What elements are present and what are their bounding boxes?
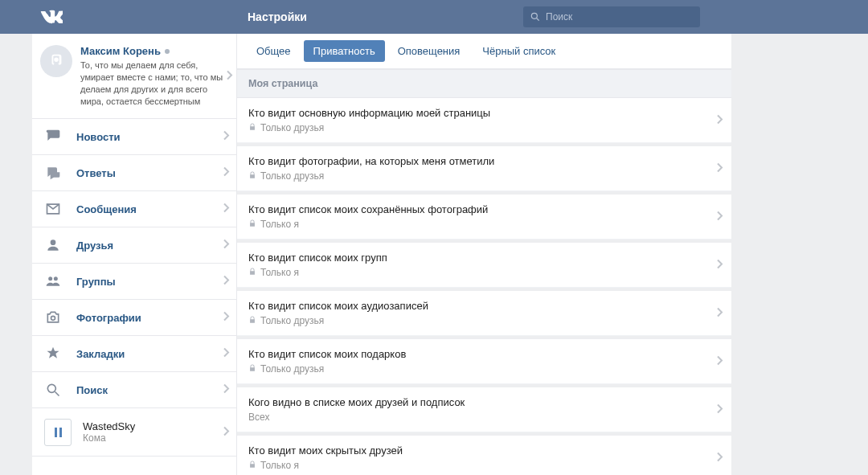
chevron-right-icon (715, 354, 723, 368)
search-box[interactable] (523, 6, 700, 27)
avatar (40, 45, 72, 77)
sidebar-item-label: Новости (76, 131, 121, 143)
chevron-right-icon (222, 203, 230, 216)
status-dot-icon (165, 49, 170, 54)
profile-name: Максим Корень (80, 45, 228, 57)
settings-tabs: Общее Приватность Оповещения Чёрный спис… (237, 34, 731, 69)
svg-point-0 (531, 13, 537, 18)
setting-value: Только друзья (248, 122, 720, 133)
sidebar-item-label: Группы (76, 276, 116, 288)
chevron-right-icon (222, 347, 230, 361)
sidebar: Максим Корень То, что мы делаем для себя… (32, 34, 237, 475)
chevron-right-icon (222, 239, 230, 252)
chevron-right-icon (222, 383, 230, 397)
privacy-setting-row[interactable]: Кто видит список моих группТолько я (237, 243, 731, 288)
privacy-setting-row[interactable]: Кто видит список моих сохранённых фотогр… (237, 195, 731, 240)
bookmarks-icon (44, 345, 62, 362)
svg-point-6 (47, 385, 55, 393)
replies-icon (44, 164, 62, 182)
sidebar-item-friends[interactable]: Друзья (32, 227, 236, 264)
sidebar-item-search[interactable]: Поиск (32, 372, 236, 408)
search-icon (530, 11, 541, 23)
lock-icon (248, 170, 256, 182)
setting-title: Кто видит список моих сохранённых фотогр… (248, 203, 720, 215)
sidebar-item-news[interactable]: Новости (32, 119, 236, 155)
player-artist: WastedSky (83, 420, 135, 432)
sidebar-item-label: Фотографии (76, 312, 141, 324)
privacy-setting-row[interactable]: Кого видно в списке моих друзей и подпис… (237, 387, 731, 432)
chevron-right-icon (715, 451, 723, 465)
page-title: Настройки (248, 10, 523, 23)
profile-card[interactable]: Максим Корень То, что мы делаем для себя… (32, 34, 236, 119)
chevron-right-icon (715, 113, 723, 127)
setting-value: Только друзья (248, 315, 720, 326)
setting-title: Кто видит список моих групп (248, 252, 720, 264)
chevron-right-icon (222, 275, 230, 289)
chevron-right-icon (715, 162, 723, 175)
chevron-right-icon (222, 311, 230, 325)
chevron-right-icon (222, 166, 230, 180)
privacy-setting-row[interactable]: Кто видит список моих аудиозаписейТолько… (237, 291, 731, 336)
sidebar-item-label: Поиск (76, 384, 108, 396)
lock-icon (248, 122, 256, 133)
privacy-setting-row[interactable]: Кто видит список моих подарковТолько дру… (237, 339, 731, 384)
tab-general[interactable]: Общее (247, 40, 301, 62)
sidebar-item-label: Закладки (76, 348, 125, 360)
setting-title: Кто видит фотографии, на которых меня от… (248, 155, 720, 167)
privacy-setting-row[interactable]: Кто видит фотографии, на которых меня от… (237, 146, 731, 191)
pause-button[interactable] (44, 419, 72, 446)
sidebar-item-label: Ответы (76, 167, 116, 179)
sidebar-nav: Новости Ответы Сообщения Друзья Группы (32, 119, 236, 408)
lock-icon (248, 219, 256, 230)
sidebar-item-bookmarks[interactable]: Закладки (32, 336, 236, 372)
pause-icon (55, 428, 62, 437)
chevron-right-icon (225, 69, 233, 83)
privacy-setting-row[interactable]: Кто видит моих скрытых друзейТолько я (237, 436, 731, 475)
messages-icon (44, 200, 62, 218)
lock-icon (248, 315, 256, 326)
setting-value: Только я (248, 219, 720, 230)
lock-icon (248, 460, 256, 471)
svg-point-4 (54, 277, 58, 281)
privacy-setting-row[interactable]: Кто видит основную информацию моей стран… (237, 98, 731, 143)
audio-player[interactable]: WastedSky Кома (32, 408, 236, 457)
tab-blacklist[interactable]: Чёрный список (473, 40, 565, 62)
sidebar-item-replies[interactable]: Ответы (32, 155, 236, 191)
vk-logo[interactable] (40, 6, 63, 28)
section-header-my-page: Моя страница (237, 69, 731, 98)
friends-icon (44, 236, 62, 254)
chevron-right-icon (715, 210, 723, 223)
sidebar-item-photos[interactable]: Фотографии (32, 300, 236, 336)
groups-icon (44, 272, 62, 290)
setting-value: Только я (248, 460, 720, 471)
photos-icon (44, 309, 62, 326)
chevron-right-icon (222, 130, 230, 144)
chevron-right-icon (222, 425, 230, 439)
setting-title: Кто видит основную информацию моей стран… (248, 107, 720, 119)
setting-title: Кто видит моих скрытых друзей (248, 444, 720, 457)
settings-content: Общее Приватность Оповещения Чёрный спис… (237, 34, 731, 475)
svg-point-5 (51, 317, 55, 321)
setting-value: Всех (248, 412, 720, 423)
app-header: Настройки (0, 0, 868, 34)
sidebar-item-label: Сообщения (76, 203, 137, 215)
sidebar-item-label: Друзья (76, 240, 113, 252)
svg-point-3 (48, 277, 52, 281)
profile-quote: То, что мы делаем для себя, умирает вмес… (80, 59, 228, 107)
lock-icon (248, 363, 256, 375)
chevron-right-icon (715, 306, 723, 320)
chevron-right-icon (715, 403, 723, 416)
search-input[interactable] (546, 11, 694, 23)
svg-line-1 (537, 18, 539, 21)
tab-privacy[interactable]: Приватность (304, 40, 385, 62)
sidebar-item-messages[interactable]: Сообщения (32, 191, 236, 227)
setting-value: Только друзья (248, 363, 720, 375)
setting-title: Кого видно в списке моих друзей и подпис… (248, 396, 720, 408)
setting-value: Только я (248, 267, 720, 278)
setting-value: Только друзья (248, 170, 720, 182)
search-icon (44, 381, 62, 399)
svg-line-7 (55, 392, 59, 396)
sidebar-item-groups[interactable]: Группы (32, 264, 236, 300)
lock-icon (248, 267, 256, 278)
tab-notifications[interactable]: Оповещения (388, 40, 470, 62)
